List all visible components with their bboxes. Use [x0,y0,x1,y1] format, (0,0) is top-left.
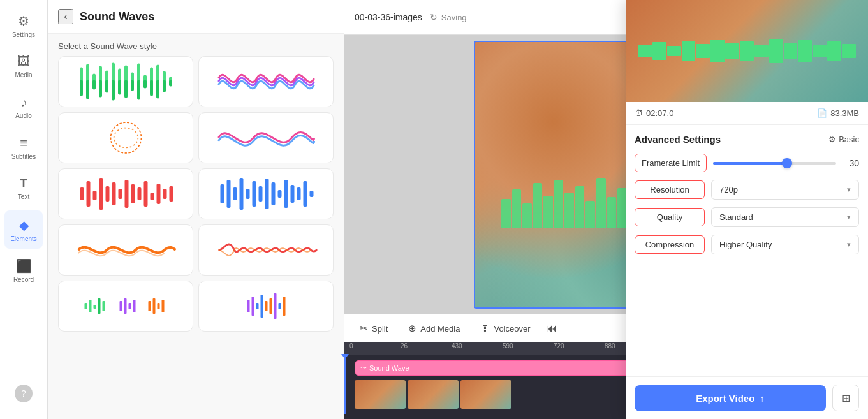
wave-card-2[interactable] [198,56,334,107]
wave-bar [585,201,595,228]
voiceover-button[interactable]: 🎙 Voiceover [475,320,535,337]
wave-bar [554,180,564,228]
compression-select[interactable]: Higher Quality ▾ [711,235,859,254]
sidebar-item-elements[interactable]: ◆ Elements [4,210,43,249]
wave-bars-green-svg [66,62,186,101]
chevron-down-icon: ▾ [847,240,851,249]
waveform-icon: 〜 [360,364,367,372]
sidebar-item-audio[interactable]: ♪ Audio [4,88,43,126]
wave-card-10[interactable] [198,281,334,332]
svg-rect-77 [256,303,258,309]
wave-bar [522,203,532,228]
resolution-label: Resolution [635,180,705,199]
sidebar-label-subtitles: Subtitles [11,153,36,160]
export-settings-button[interactable]: ⊞ [832,385,859,411]
wave-bars-blue-svg [206,175,327,213]
svg-rect-65 [98,298,100,314]
sidebar-item-record[interactable]: ⬛ Record [4,251,43,290]
svg-rect-41 [137,187,141,200]
svg-rect-46 [169,186,173,202]
sidebar-item-settings[interactable]: ⚙ Settings [4,6,43,45]
add-media-label: Add Media [420,324,460,334]
add-media-button[interactable]: ⊕ Add Media [403,320,465,337]
exp-wave-bar [827,41,841,61]
exp-wave-bar [798,40,812,62]
record-icon: ⬛ [16,258,32,274]
sidebar-item-help[interactable]: ? [4,374,43,413]
quality-label: Quality [635,208,705,226]
settings-title: Advanced Settings [635,134,721,145]
sidebar-label-settings: Settings [12,31,35,38]
wave-bar [575,186,585,228]
photo-thumb-1 [355,380,406,409]
wave-card-7[interactable] [58,224,193,276]
slider-thumb[interactable] [782,158,792,168]
basic-link[interactable]: ⚙ Basic [828,135,859,144]
svg-rect-47 [220,184,224,203]
framerate-value: 30 [841,158,859,168]
svg-rect-50 [239,178,243,210]
wave-circle-svg [66,119,186,157]
wave-bar [512,189,522,228]
sidebar-label-text: Text [18,193,29,200]
export-video-label: Export Video [696,393,754,404]
wave-card-4[interactable] [198,112,334,163]
svg-rect-53 [258,186,262,202]
sidebar-label-record: Record [13,276,34,283]
wave-orange-svg [66,231,186,269]
wave-card-9[interactable] [58,281,193,332]
wave-card-3[interactable] [58,112,193,163]
panel-title: Sound Waves [80,10,154,24]
svg-rect-80 [269,298,272,314]
back-button[interactable]: ‹ [58,9,73,24]
chevron-down-icon: ▾ [847,213,851,221]
sidebar-label-media: Media [15,71,32,78]
framerate-label: Framerate Limit [635,154,707,172]
svg-rect-59 [297,187,300,200]
rewind-button[interactable]: ⏮ [546,322,557,335]
svg-rect-38 [118,189,122,199]
playhead[interactable] [344,355,346,414]
wave-red-loop-svg [206,231,327,269]
saving-text: Saving [441,13,467,22]
resolution-select[interactable]: 720p ▾ [711,180,859,200]
svg-rect-51 [246,189,249,199]
svg-rect-34 [92,191,96,200]
exp-wave-bar [784,43,798,59]
svg-rect-82 [278,303,281,309]
svg-rect-33 [86,181,90,207]
wave-card-5[interactable] [58,168,193,219]
slider-track [713,162,787,165]
svg-rect-78 [260,295,263,318]
split-button[interactable]: ✂ Split [355,320,393,337]
elements-icon: ◆ [19,217,29,233]
svg-point-31 [114,128,138,148]
playhead-triangle [341,354,349,359]
ruler-mark-880: 880 [605,342,615,349]
quality-select[interactable]: Standard ▾ [711,207,859,227]
help-icon: ? [15,385,33,402]
file-icon: 📄 [817,108,827,118]
wave-card-8[interactable] [198,224,334,276]
svg-rect-35 [99,178,103,210]
wave-bars-red-svg [66,175,186,213]
svg-rect-62 [84,303,87,309]
wave-bar [564,193,574,228]
framerate-slider[interactable] [713,162,836,165]
sidebar-item-text[interactable]: T Text [4,170,43,208]
svg-rect-73 [157,303,159,309]
svg-rect-83 [283,297,285,316]
export-video-button[interactable]: Export Video ↑ [635,385,826,411]
svg-rect-63 [89,300,91,312]
wave-card-1[interactable] [58,56,193,107]
sidebar: ⚙ Settings 🖼 Media ♪ Audio ≡ Subtitles T… [0,0,48,419]
svg-rect-79 [265,301,267,311]
svg-rect-61 [309,191,313,197]
quality-value: Standard [719,212,753,222]
sidebar-item-subtitles[interactable]: ≡ Subtitles [4,129,43,167]
wave-card-6[interactable] [198,168,334,219]
svg-rect-81 [274,293,276,319]
exp-wave-bar [710,40,725,62]
wave-bar [596,178,606,228]
sidebar-item-media[interactable]: 🖼 Media [4,47,43,85]
